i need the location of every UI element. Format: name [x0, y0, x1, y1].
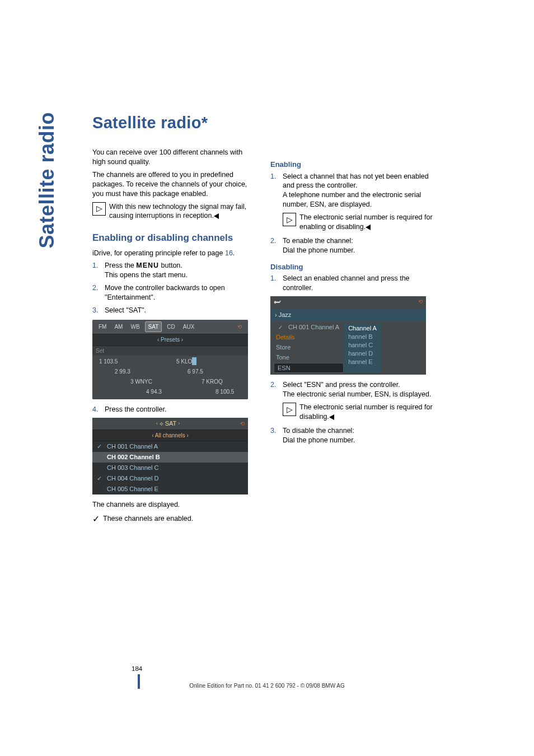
heading-enable-disable: Enabling or disabling channels [92, 232, 255, 244]
dis-step-2: 2. Select "ESN" and press the controller… [270, 380, 433, 422]
step-num: 3. [270, 426, 276, 436]
dis-step3-b: Dial the phone number. [283, 436, 355, 444]
end-mark-icon [214, 213, 219, 219]
fig1-tabbar: FM AM WB SAT CD AUX ⟲ [92, 320, 248, 334]
menu-button-word: MENU [136, 262, 159, 269]
channel-row: ✓CH 004 Channel D [92, 473, 248, 484]
popup-item: hannel D [348, 349, 377, 358]
page-number: 184 [132, 665, 142, 672]
step-3-text: Select "SAT". [105, 306, 146, 314]
popup-item: hannel E [348, 358, 377, 366]
step-1-sub: This opens the start menu. [105, 271, 188, 279]
footer-text: Online Edition for Part no. 01 41 2 600 … [0, 683, 534, 689]
fig2-top: ‹ ⟡ SAT › ⟲ [92, 418, 248, 430]
note-text-dis-content: The electronic serial number is required… [299, 403, 433, 421]
disabling-steps: 1. Select an enabled channel and press t… [270, 274, 433, 293]
fig3-jazz: › Jazz [270, 309, 426, 321]
fig1-presets-label: ‹ Presets › [92, 334, 248, 346]
tuner-icon: ⟲ [235, 322, 245, 332]
step-num: 3. [92, 306, 98, 315]
step-1-text: Press the MENU button. [105, 262, 182, 269]
step-num: 1. [270, 274, 276, 283]
menu-esn: ESN [274, 363, 344, 374]
enabled-legend: ✓ These channels are enabled. [92, 513, 255, 525]
step-1-post: button. [159, 262, 182, 269]
tab-wb: WB [128, 322, 142, 332]
fig2-allch: ‹ All channels › [92, 430, 248, 442]
end-mark-icon [329, 414, 334, 420]
figure-esn-menu: ⮨ ⟲ › Jazz ✓CH 001 Channel A Details Sto… [270, 296, 426, 375]
menu-store: Store [274, 343, 344, 352]
idrive-line: iDrive, for operating principle refer to… [92, 249, 255, 258]
tab-sat: SAT [145, 321, 162, 333]
note-text-dis: The electronic serial number is required… [299, 403, 433, 422]
preset-7: 7 KROQ [202, 378, 223, 386]
dis-step1-text: Select an enabled channel and press the … [283, 274, 410, 292]
dis-step-3: 3. To disable the channel: Dial the phon… [270, 426, 433, 445]
left-arrow-icon: ‹ [156, 420, 158, 427]
menu-details: Details [274, 333, 344, 342]
channel-row: CH 005 Channel E [92, 484, 248, 494]
intro-paragraph-2: The channels are offered to you in prede… [92, 170, 255, 199]
popup-item: hannel C [348, 341, 377, 349]
en-step-1: 1. Select a channel that has not yet bee… [270, 172, 433, 232]
channel-row: ✓CH 001 Channel A [92, 441, 248, 452]
check-icon: ✓ [97, 474, 104, 483]
preset-8: 8 100.5 [216, 388, 234, 396]
step-2-text: Move the controller backwards to open "E… [105, 284, 225, 301]
sat-dish-icon: ⟡ [160, 419, 163, 428]
sat-word: SAT [165, 419, 177, 428]
popup-item: hannel B [348, 333, 377, 341]
popup-sel: Channel A [348, 324, 377, 333]
dis-step2-a: Select "ESN" and press the controller. [283, 381, 400, 389]
column-left: Satellite radio* You can receive over 10… [92, 112, 255, 525]
section-tab: Satellite radio [35, 112, 59, 249]
check-icon: ✓ [97, 442, 104, 451]
preset-6: 6 97.5 [188, 368, 203, 376]
note-box-dis: ▷ The electronic serial number is requir… [283, 403, 433, 422]
step-num: 4. [92, 405, 98, 414]
triangle-note-icon: ▷ [283, 213, 296, 226]
tab-fm: FM [96, 322, 109, 332]
back-icon: ⮨ [274, 298, 281, 308]
channel-label: CH 003 Channel C [107, 464, 158, 472]
tab-am: AM [111, 322, 125, 332]
tuner-icon: ⟲ [418, 298, 423, 308]
fig1-set: Set [92, 346, 248, 356]
dis-step-1: 1. Select an enabled channel and press t… [270, 274, 433, 293]
fig1-preset-area: 1 103.5 5 KLOS 2 99.3 6 97.5 3 WNYC 7 KR… [92, 356, 248, 399]
en-step2-b: Dial the phone number. [283, 246, 355, 254]
step-1: 1. Press the MENU button. This opens the… [92, 261, 255, 280]
en-step-2: 2. To enable the channel: Dial the phone… [270, 236, 433, 255]
fig2-list: ✓CH 001 Channel A CH 002 Channel B CH 00… [92, 441, 248, 494]
channel-row: CH 003 Channel C [92, 463, 248, 473]
page-xref[interactable]: 16 [225, 249, 233, 257]
content-columns: Satellite radio* You can receive over 10… [92, 112, 478, 525]
preset-1: 1 103.5 [99, 358, 118, 366]
preset-4: 4 94.3 [146, 388, 162, 396]
tuner-icon: ⟲ [240, 420, 245, 428]
fig3-popup: Channel A hannel B hannel C hannel D han… [344, 323, 381, 372]
fig3-lower: ✓CH 001 Channel A Details Store Tone ESN… [270, 321, 426, 375]
page-title: Satellite radio* [92, 112, 255, 134]
figure-sat-presets: FM AM WB SAT CD AUX ⟲ ‹ Presets › Set 1 … [92, 320, 248, 400]
preset-2: 2 99.3 [115, 368, 130, 376]
right-arrow-icon: › [178, 420, 180, 427]
idrive-pre: iDrive, for operating principle refer to… [92, 249, 225, 257]
step-3: 3. Select "SAT". [92, 306, 255, 315]
en-step1-a: Select a channel that has not yet been e… [283, 172, 429, 190]
step-num: 2. [92, 283, 98, 293]
channel-label: CH 001 Channel A [107, 442, 158, 451]
fig3-chkrow-text: CH 001 Channel A [286, 323, 341, 331]
steps-list: 1. Press the MENU button. This opens the… [92, 261, 255, 315]
channel-label: CH 002 Channel B [107, 453, 160, 461]
en-step1-b: A telephone number and the electronic se… [283, 191, 421, 208]
step-4-text: Press the controller. [105, 405, 166, 413]
cursor-icon [192, 357, 196, 365]
steps-list-cont: 4. Press the controller. [92, 405, 255, 414]
end-mark-icon [366, 225, 371, 230]
channel-row-selected: CH 002 Channel B [92, 452, 248, 463]
enabled-legend-text: These channels are enabled. [103, 514, 193, 524]
disabling-steps-cont: 2. Select "ESN" and press the controller… [270, 380, 433, 445]
note-text-1-content: With this new technology the signal may … [109, 203, 246, 220]
